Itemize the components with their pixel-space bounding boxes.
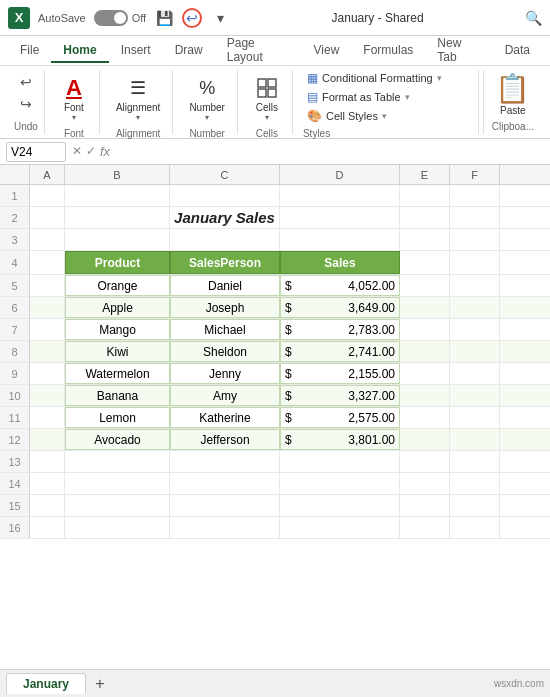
cell-d8[interactable]: $2,741.00	[280, 341, 400, 362]
cell-e7[interactable]	[400, 319, 450, 340]
cell-b13[interactable]	[65, 451, 170, 472]
cell-a11[interactable]	[30, 407, 65, 428]
cell-d13[interactable]	[280, 451, 400, 472]
col-header-e[interactable]: E	[400, 165, 450, 184]
cell-styles-button[interactable]: 🎨 Cell Styles ▾	[303, 108, 446, 124]
cell-f7[interactable]	[450, 319, 500, 340]
cell-c10[interactable]: Amy	[170, 385, 280, 406]
cell-d3[interactable]	[280, 229, 400, 250]
cell-d16[interactable]	[280, 517, 400, 538]
cell-b2[interactable]	[65, 207, 170, 228]
cell-a14[interactable]	[30, 473, 65, 494]
cell-reference-box[interactable]: V24	[6, 142, 66, 162]
toggle-switch[interactable]	[94, 10, 128, 26]
cell-a13[interactable]	[30, 451, 65, 472]
cell-a4[interactable]	[30, 251, 65, 274]
cell-e2[interactable]	[400, 207, 450, 228]
cell-b6[interactable]: Apple	[65, 297, 170, 318]
cell-a15[interactable]	[30, 495, 65, 516]
cell-d14[interactable]	[280, 473, 400, 494]
cell-a16[interactable]	[30, 517, 65, 538]
cell-c5[interactable]: Daniel	[170, 275, 280, 296]
cell-c16[interactable]	[170, 517, 280, 538]
add-sheet-button[interactable]: +	[90, 674, 110, 694]
cell-a3[interactable]	[30, 229, 65, 250]
cell-e10[interactable]	[400, 385, 450, 406]
tab-draw[interactable]: Draw	[163, 39, 215, 63]
font-button[interactable]: A Font ▾	[55, 72, 93, 124]
formula-cancel-icon[interactable]: ✕	[72, 144, 82, 159]
cell-d5[interactable]: $4,052.00	[280, 275, 400, 296]
cell-b10[interactable]: Banana	[65, 385, 170, 406]
cell-f11[interactable]	[450, 407, 500, 428]
cell-d9[interactable]: $2,155.00	[280, 363, 400, 384]
cell-f9[interactable]	[450, 363, 500, 384]
cell-e9[interactable]	[400, 363, 450, 384]
cell-f3[interactable]	[450, 229, 500, 250]
cell-e14[interactable]	[400, 473, 450, 494]
col-header-d[interactable]: D	[280, 165, 400, 184]
cell-c14[interactable]	[170, 473, 280, 494]
undo-button[interactable]: ↩	[16, 72, 36, 92]
cell-e12[interactable]	[400, 429, 450, 450]
cell-f15[interactable]	[450, 495, 500, 516]
cell-b9[interactable]: Watermelon	[65, 363, 170, 384]
cell-c8[interactable]: Sheldon	[170, 341, 280, 362]
cell-b1[interactable]	[65, 185, 170, 206]
cell-e3[interactable]	[400, 229, 450, 250]
cell-e1[interactable]	[400, 185, 450, 206]
cell-c3[interactable]	[170, 229, 280, 250]
cell-a12[interactable]	[30, 429, 65, 450]
cell-a2[interactable]	[30, 207, 65, 228]
cell-a9[interactable]	[30, 363, 65, 384]
cell-b3[interactable]	[65, 229, 170, 250]
cell-a8[interactable]	[30, 341, 65, 362]
tab-view[interactable]: View	[302, 39, 352, 63]
paste-icon[interactable]: 📋	[495, 72, 530, 105]
cell-f10[interactable]	[450, 385, 500, 406]
cell-f1[interactable]	[450, 185, 500, 206]
cell-e4[interactable]	[400, 251, 450, 274]
cell-c12[interactable]: Jefferson	[170, 429, 280, 450]
col-header-c[interactable]: C	[170, 165, 280, 184]
formula-fx-icon[interactable]: fx	[100, 144, 110, 159]
cell-c1[interactable]	[170, 185, 280, 206]
cell-b16[interactable]	[65, 517, 170, 538]
cell-d2[interactable]	[280, 207, 400, 228]
number-button[interactable]: % Number ▾	[183, 72, 231, 124]
cell-e16[interactable]	[400, 517, 450, 538]
cell-e15[interactable]	[400, 495, 450, 516]
cell-c9[interactable]: Jenny	[170, 363, 280, 384]
col-header-a[interactable]: A	[30, 165, 65, 184]
cell-d10[interactable]: $3,327.00	[280, 385, 400, 406]
cell-b7[interactable]: Mango	[65, 319, 170, 340]
cell-d11[interactable]: $2,575.00	[280, 407, 400, 428]
col-header-f[interactable]: F	[450, 165, 500, 184]
cell-b12[interactable]: Avocado	[65, 429, 170, 450]
conditional-formatting-button[interactable]: ▦ Conditional Formatting ▾	[303, 70, 446, 86]
cell-e6[interactable]	[400, 297, 450, 318]
cell-d15[interactable]	[280, 495, 400, 516]
tab-formulas[interactable]: Formulas	[351, 39, 425, 63]
cell-c11[interactable]: Katherine	[170, 407, 280, 428]
cell-a6[interactable]	[30, 297, 65, 318]
cell-c15[interactable]	[170, 495, 280, 516]
cell-d7[interactable]: $2,783.00	[280, 319, 400, 340]
undo-icon-highlighted[interactable]: ↩	[182, 8, 202, 28]
cell-d12[interactable]: $3,801.00	[280, 429, 400, 450]
tab-home[interactable]: Home	[51, 39, 108, 63]
cell-f13[interactable]	[450, 451, 500, 472]
cell-a1[interactable]	[30, 185, 65, 206]
cell-a10[interactable]	[30, 385, 65, 406]
cell-d6[interactable]: $3,649.00	[280, 297, 400, 318]
cell-b4-product[interactable]: Product	[65, 251, 170, 274]
save-icon[interactable]: 💾	[154, 8, 174, 28]
cell-b15[interactable]	[65, 495, 170, 516]
formula-confirm-icon[interactable]: ✓	[86, 144, 96, 159]
tab-new-tab[interactable]: New Tab	[425, 36, 492, 70]
cell-a7[interactable]	[30, 319, 65, 340]
sheet-tab-january[interactable]: January	[6, 673, 86, 694]
cell-c6[interactable]: Joseph	[170, 297, 280, 318]
cell-c4-salesperson[interactable]: SalesPerson	[170, 251, 280, 274]
cell-f5[interactable]	[450, 275, 500, 296]
